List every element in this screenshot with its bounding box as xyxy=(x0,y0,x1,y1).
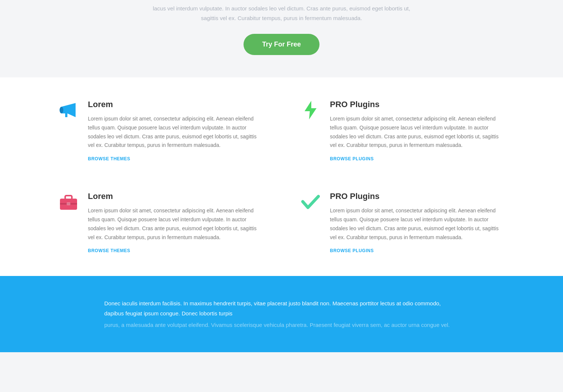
feature-content-3: Lorem Lorem ipsum dolor sit amet, consec… xyxy=(88,192,263,254)
feature-item-1: Lorem Lorem ipsum dolor sit amet, consec… xyxy=(58,100,263,162)
feature-description-2: Lorem ipsum dolor sit amet, consectetur … xyxy=(330,115,505,150)
features-section: Lorem Lorem ipsum dolor sit amet, consec… xyxy=(0,77,563,276)
bolt-icon xyxy=(300,100,321,121)
feature-item-4: PRO Plugins Lorem ipsum dolor sit amet, … xyxy=(300,192,505,254)
top-paragraph: lacus vel interdum vulputate. In auctor … xyxy=(151,4,412,23)
browse-plugins-link-1[interactable]: BROWSE PLUGINS xyxy=(330,156,374,161)
browse-themes-link-2[interactable]: BROWSE THEMES xyxy=(88,248,130,253)
footer-text-secondary: purus, a malesuada ante volutpat eleifen… xyxy=(104,320,459,330)
svg-rect-4 xyxy=(65,196,72,199)
feature-content-1: Lorem Lorem ipsum dolor sit amet, consec… xyxy=(88,100,263,162)
try-for-free-button[interactable]: Try For Free xyxy=(244,34,319,55)
feature-title-1: Lorem xyxy=(88,100,263,109)
feature-description-4: Lorem ipsum dolor sit amet, consectetur … xyxy=(330,206,505,242)
feature-title-3: Lorem xyxy=(88,192,263,201)
features-grid: Lorem Lorem ipsum dolor sit amet, consec… xyxy=(58,100,505,254)
feature-content-4: PRO Plugins Lorem ipsum dolor sit amet, … xyxy=(330,192,505,254)
footer-section: Donec iaculis interdum facilisis. In max… xyxy=(0,276,563,352)
footer-text-main: Donec iaculis interdum facilisis. In max… xyxy=(104,298,459,318)
megaphone-icon xyxy=(58,100,79,121)
check-icon xyxy=(300,192,321,212)
feature-title-2: PRO Plugins xyxy=(330,100,505,109)
svg-marker-2 xyxy=(305,101,317,119)
feature-description-3: Lorem ipsum dolor sit amet, consectetur … xyxy=(88,206,263,242)
browse-themes-link-1[interactable]: BROWSE THEMES xyxy=(88,156,130,161)
top-section: lacus vel interdum vulputate. In auctor … xyxy=(0,0,563,77)
feature-description-1: Lorem ipsum dolor sit amet, consectetur … xyxy=(88,115,263,150)
feature-item-3: Lorem Lorem ipsum dolor sit amet, consec… xyxy=(58,192,263,254)
feature-item-2: PRO Plugins Lorem ipsum dolor sit amet, … xyxy=(300,100,505,162)
feature-title-4: PRO Plugins xyxy=(330,192,505,201)
svg-rect-6 xyxy=(67,202,70,205)
browse-plugins-link-2[interactable]: BROWSE PLUGINS xyxy=(330,248,374,253)
briefcase-icon xyxy=(58,192,79,212)
feature-content-2: PRO Plugins Lorem ipsum dolor sit amet, … xyxy=(330,100,505,162)
svg-marker-0 xyxy=(61,103,76,117)
svg-point-1 xyxy=(60,107,63,113)
